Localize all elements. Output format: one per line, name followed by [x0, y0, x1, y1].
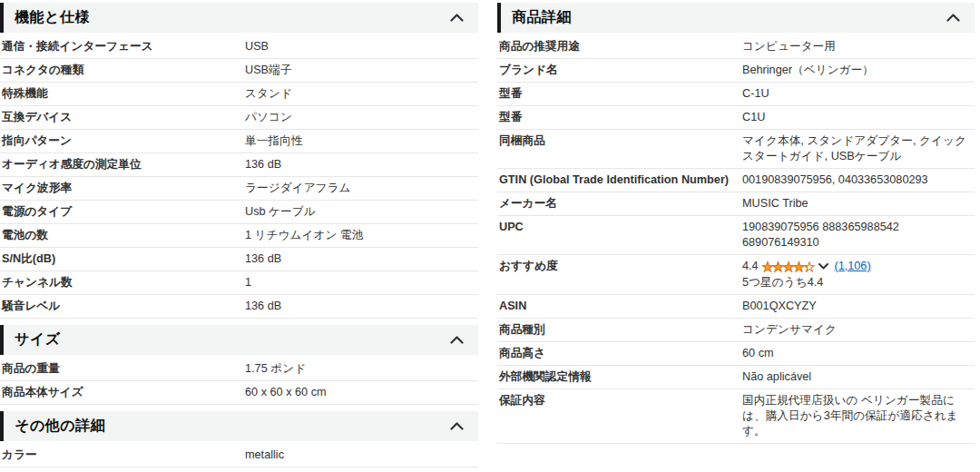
- chevron-down-icon[interactable]: [818, 263, 828, 270]
- spec-value: Usb ケーブル: [245, 204, 478, 220]
- table-row: 外部機関認定情報Não aplicável: [497, 366, 975, 389]
- rating-cell: 4.4★★★★★★★★★★(1,106)5つ星のうち4.4: [742, 259, 975, 290]
- product-spec-page: 機能と仕様通信・接続インターフェースUSBコネクタの種類USB端子特殊機能スタン…: [0, 0, 980, 472]
- spec-label: カラー: [2, 447, 245, 463]
- spec-value: USB端子: [245, 63, 478, 78]
- star-fill-icon: ★★★★★: [762, 261, 808, 273]
- spec-section: その他の詳細カラーmetallic: [0, 411, 478, 467]
- table-row: 商品の推奨用途コンピューター用: [497, 35, 975, 59]
- table-row: おすすめ度4.4★★★★★★★★★★(1,106)5つ星のうち4.4: [497, 255, 975, 295]
- spec-section: 商品詳細商品の推奨用途コンピューター用ブランド名Behringer（ベリンガー）…: [497, 3, 975, 444]
- spec-value: Behringer（ベリンガー）: [742, 63, 975, 78]
- table-row: 型番C-1U: [497, 83, 975, 106]
- spec-value: metallic: [245, 447, 478, 463]
- spec-value: 1: [245, 275, 478, 290]
- spec-value: マイク本体, スタンドアダプター, クイックスタートガイド, USBケーブル: [742, 133, 975, 164]
- table-row: 型番C1U: [497, 106, 975, 130]
- table-row: UPC190839075956 888365988542 68907614931…: [497, 216, 975, 255]
- table-row: オーディオ感度の測定単位136 dB: [0, 153, 478, 177]
- spec-value: USB: [245, 39, 478, 54]
- spec-label: マイク波形率: [2, 181, 245, 196]
- spec-section: 機能と仕様通信・接続インターフェースUSBコネクタの種類USB端子特殊機能スタン…: [0, 3, 478, 319]
- section-rows: 商品の重量1.75 ポンド商品本体サイズ60 x 60 x 60 cm: [0, 358, 478, 405]
- spec-column-right: 商品詳細商品の推奨用途コンピューター用ブランド名Behringer（ベリンガー）…: [497, 3, 975, 444]
- table-row: 商品の重量1.75 ポンド: [0, 358, 478, 381]
- spec-label: GTIN (Global Trade Identification Number…: [499, 172, 742, 188]
- chevron-up-icon: [450, 422, 464, 430]
- spec-value: 190839075956 888365988542 689076149310: [742, 220, 975, 251]
- section-rows: 商品の推奨用途コンピューター用ブランド名Behringer（ベリンガー）型番C-…: [497, 35, 975, 444]
- table-row: 通信・接続インターフェースUSB: [0, 35, 478, 59]
- spec-label: 型番: [499, 86, 742, 102]
- spec-label: 電源のタイプ: [2, 204, 245, 220]
- section-title: 商品詳細: [512, 8, 572, 27]
- section-title: サイズ: [15, 330, 61, 349]
- rating-subtitle: 5つ星のうち4.4: [742, 275, 971, 290]
- spec-value: 単一指向性: [245, 133, 478, 149]
- spec-value: 136 dB: [245, 157, 478, 172]
- spec-label: ブランド名: [499, 63, 742, 78]
- chevron-up-icon: [946, 14, 960, 22]
- table-row: 互換デバイスパソコン: [0, 106, 478, 130]
- spec-value: 1.75 ポンド: [245, 361, 478, 377]
- spec-label: UPC: [499, 220, 742, 235]
- rating-line: 4.4★★★★★★★★★★(1,106): [742, 259, 971, 274]
- spec-label: オーディオ感度の測定単位: [2, 157, 245, 172]
- spec-label: 通信・接続インターフェース: [2, 39, 245, 54]
- spec-label: 騒音レベル: [2, 299, 245, 314]
- spec-column-left: 機能と仕様通信・接続インターフェースUSBコネクタの種類USB端子特殊機能スタン…: [0, 3, 478, 467]
- spec-value: 60 cm: [742, 346, 975, 361]
- spec-label: 互換デバイス: [2, 110, 245, 125]
- table-row: 電池の数1 リチウムイオン 電池: [0, 224, 478, 248]
- section-rows: カラーmetallic: [0, 444, 478, 467]
- spec-value: 136 dB: [245, 299, 478, 314]
- spec-label: 商品本体サイズ: [2, 385, 245, 400]
- table-row: 商品本体サイズ60 x 60 x 60 cm: [0, 381, 478, 405]
- spec-value: 60 x 60 x 60 cm: [245, 385, 478, 400]
- table-row: 指向パターン単一指向性: [0, 130, 478, 153]
- chevron-up-icon: [450, 336, 464, 344]
- spec-label: 指向パターン: [2, 133, 245, 149]
- rating-value: 4.4: [742, 259, 759, 274]
- spec-value: B001QXCYZY: [742, 299, 975, 314]
- star-rating-icon: ★★★★★★★★★★: [762, 261, 815, 273]
- table-row: ブランド名Behringer（ベリンガー）: [497, 59, 975, 83]
- spec-value: 1 リチウムイオン 電池: [245, 228, 478, 243]
- spec-label: 商品の推奨用途: [499, 39, 742, 54]
- chevron-up-icon: [450, 14, 464, 22]
- table-row: チャンネル数1: [0, 271, 478, 295]
- table-row: ASINB001QXCYZY: [497, 295, 975, 319]
- spec-label: コネクタの種類: [2, 63, 245, 78]
- table-row: カラーmetallic: [0, 444, 478, 467]
- spec-value: MUSIC Tribe: [742, 196, 975, 211]
- spec-label: 商品種別: [499, 322, 742, 338]
- spec-value: 国内正規代理店扱いの ベリンガー製品には、購入日から3年間の保証が適応されます。: [742, 393, 975, 439]
- section-header[interactable]: サイズ: [0, 325, 478, 355]
- spec-label: 商品の重量: [2, 361, 245, 377]
- spec-label: 型番: [499, 110, 742, 125]
- table-row: 商品高さ60 cm: [497, 342, 975, 366]
- spec-label: おすすめ度: [499, 259, 742, 274]
- spec-value: 136 dB: [245, 251, 478, 267]
- spec-value: パソコン: [245, 110, 478, 125]
- spec-label: 電池の数: [2, 228, 245, 243]
- spec-value: コンピューター用: [742, 39, 975, 54]
- spec-label: 外部機関認定情報: [499, 369, 742, 385]
- section-header[interactable]: その他の詳細: [0, 411, 478, 441]
- table-row: コネクタの種類USB端子: [0, 59, 478, 83]
- spec-label: チャンネル数: [2, 275, 245, 290]
- section-title: その他の詳細: [15, 417, 105, 436]
- spec-label: ASIN: [499, 299, 742, 314]
- section-header[interactable]: 機能と仕様: [0, 3, 478, 33]
- table-row: マイク波形率ラージダイアフラム: [0, 177, 478, 201]
- table-row: 騒音レベル136 dB: [0, 295, 478, 319]
- review-count-link[interactable]: (1,106): [834, 259, 870, 274]
- table-row: メーカー名MUSIC Tribe: [497, 192, 975, 216]
- table-row: 特殊機能スタンド: [0, 83, 478, 106]
- section-header[interactable]: 商品詳細: [497, 3, 975, 33]
- table-row: S/N比(dB)136 dB: [0, 248, 478, 271]
- spec-value: ラージダイアフラム: [245, 181, 478, 196]
- spec-value: 00190839075956, 04033653080293: [742, 172, 975, 188]
- spec-label: 同梱商品: [499, 133, 742, 149]
- table-row: 商品種別コンデンサマイク: [497, 319, 975, 342]
